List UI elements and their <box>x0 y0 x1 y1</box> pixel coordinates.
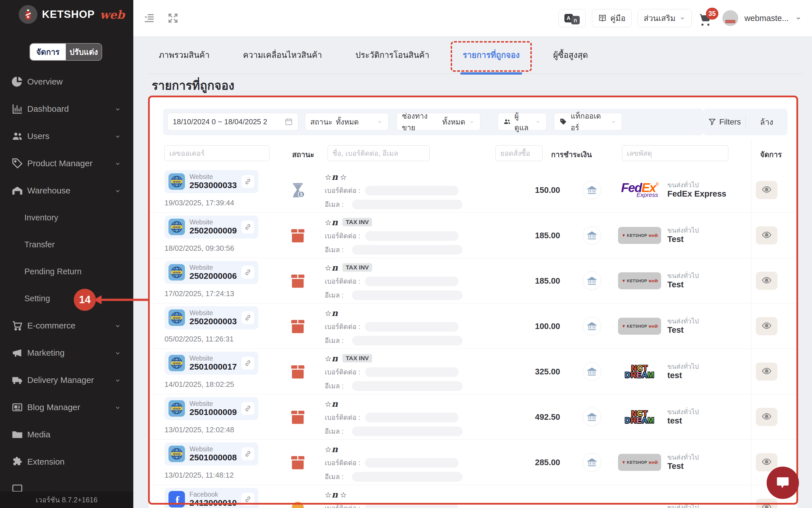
status-pending-dot <box>292 502 304 508</box>
filter-group: 18/10/2024 0 ~ 18/04/2025 2 สถานะ ทั้งหม… <box>163 109 703 135</box>
mode-customize-button[interactable]: ปรับแต่ง <box>66 44 101 60</box>
order-tag-filter-dropdown[interactable]: แท็กออเดอร์ <box>554 113 622 130</box>
order-link-button[interactable] <box>241 356 254 370</box>
customer-cell: ☆nเบอร์ติดต่อ :อีเมล : <box>325 398 463 437</box>
chevron-down-icon[interactable] <box>795 15 802 22</box>
chevron-down-icon <box>114 404 121 411</box>
sidebar-item-extension[interactable]: Extension <box>0 448 133 475</box>
view-order-button[interactable] <box>756 272 777 290</box>
table-header-row: สถานะ การชำระเงิน จัดการ <box>149 142 798 166</box>
order-link-button[interactable] <box>241 266 254 279</box>
chevron-down-icon <box>535 118 541 125</box>
view-order-button[interactable] <box>756 363 777 381</box>
sidebar-item-e-commerce[interactable]: E-commerce <box>0 312 133 339</box>
payment-bank-icon <box>583 453 601 472</box>
sidebar-item-media[interactable]: Media <box>0 421 133 448</box>
order-number-search-input[interactable] <box>165 145 269 161</box>
shipping-cell: ขนส่งทั่วไป <box>667 504 699 508</box>
payment-bank-icon <box>583 408 601 426</box>
contact-label: เบอร์ติดต่อ : <box>325 367 361 378</box>
view-order-button[interactable] <box>756 181 777 199</box>
sidebar-subitem-pending-return[interactable]: Pending Return <box>0 258 133 285</box>
sidebar-item-blog-manager[interactable]: Blog Manager <box>0 394 133 421</box>
order-datetime: 18/02/2025, 09:30:56 <box>165 244 234 253</box>
redacted-email <box>352 427 463 436</box>
svg-text:$: $ <box>300 192 303 197</box>
guide-button[interactable]: คู่มือ <box>592 9 632 27</box>
clear-filters-button[interactable]: ล้าง <box>745 113 787 131</box>
channel-filter-dropdown[interactable]: ช่องทางขาย ทั้งหมด <box>396 113 480 130</box>
megaphone-icon <box>11 347 23 359</box>
tracking-search-input[interactable] <box>622 145 728 161</box>
admin-filter-dropdown[interactable]: ผู้ดูแล <box>498 113 547 130</box>
order-link-button[interactable] <box>241 493 254 506</box>
contact-label: เบอร์ติดต่อ : <box>325 503 361 508</box>
collapse-sidebar-icon[interactable] <box>143 12 155 24</box>
language-button[interactable]: Aก <box>558 9 586 27</box>
sidebar-subitem-transfer[interactable]: Transfer <box>0 231 133 258</box>
tab-ภาพรวมสินค้า[interactable]: ภาพรวมสินค้า <box>159 48 210 74</box>
user-menu[interactable]: webmaste... <box>744 14 789 23</box>
sidebar-item-product-manager[interactable]: Product Manager <box>0 150 133 177</box>
shipping-method-label: ขนส่งทั่วไป <box>667 272 699 280</box>
tax-inv-badge: TAX INV <box>342 263 372 272</box>
order-link-button[interactable] <box>241 447 254 460</box>
warehouse-icon <box>11 185 23 197</box>
filters-button-label: Filters <box>719 118 741 127</box>
order-link-button[interactable] <box>241 175 254 188</box>
page-title: รายการที่ถูกจอง <box>152 76 234 95</box>
redacted-email <box>352 245 463 255</box>
shipping-name: test <box>667 371 699 380</box>
view-order-button[interactable] <box>756 226 777 245</box>
order-link-button[interactable] <box>241 402 254 415</box>
chevron-down-icon <box>114 105 121 113</box>
order-meta: Facebook2412000010 <box>189 491 237 508</box>
chevron-down-icon <box>114 376 121 384</box>
tab-รายการที่ถูกจอง[interactable]: รายการที่ถูกจอง <box>463 48 520 74</box>
view-order-button[interactable] <box>756 317 777 335</box>
chat-widget-button[interactable] <box>767 467 799 499</box>
shipping-logo-ketshop: ▼KETSHOPweb <box>617 318 662 335</box>
folder-icon <box>11 429 23 440</box>
customer-name: ☆n <box>325 353 338 363</box>
order-number: 2503000033 <box>189 180 237 190</box>
customer-name-line: ☆nTAX INV <box>325 353 463 364</box>
sidebar-subitem-inventory[interactable]: Inventory <box>0 204 133 231</box>
tab-ความเคลื่อนไหวสินค้า[interactable]: ความเคลื่อนไหวสินค้า <box>243 48 322 74</box>
order-number: 2501000008 <box>189 453 237 463</box>
cart-button[interactable]: 35 <box>698 8 716 28</box>
sidebar-item-overview[interactable]: Overview <box>0 68 133 95</box>
tab-ประวัติการโอนสินค้า[interactable]: ประวัติการโอนสินค้า <box>355 48 429 74</box>
eye-icon <box>762 275 772 287</box>
contact-label: เบอร์ติดต่อ : <box>325 230 361 241</box>
avatar[interactable] <box>722 10 738 26</box>
sidebar-item-marketing[interactable]: Marketing <box>0 339 133 367</box>
addons-dropdown[interactable]: ส่วนเสริม <box>638 9 692 27</box>
view-order-button[interactable] <box>756 453 777 471</box>
view-order-button[interactable] <box>756 499 777 508</box>
sidebar-item-delivery-manager[interactable]: Delivery Manager <box>0 367 133 394</box>
status-packed-icon <box>289 226 307 245</box>
sidebar-item-warehouse[interactable]: Warehouse <box>0 177 133 204</box>
website-icon: WWW <box>168 446 185 462</box>
date-range-input[interactable]: 18/10/2024 0 ~ 18/04/2025 2 <box>167 113 298 130</box>
customer-search-input[interactable] <box>328 145 430 161</box>
amount-search-input[interactable] <box>496 145 543 161</box>
sidebar-item-users[interactable]: Users <box>0 123 133 150</box>
svg-text:WWW: WWW <box>173 453 181 456</box>
users-icon <box>503 118 511 126</box>
sidebar-item-dashboard[interactable]: Dashboard <box>0 95 133 123</box>
filters-button[interactable]: Filters <box>703 113 745 131</box>
fullscreen-icon[interactable] <box>167 12 179 24</box>
svg-text:WWW: WWW <box>173 225 181 228</box>
mode-manage-button[interactable]: จัดการ <box>30 44 66 60</box>
order-link-button[interactable] <box>241 311 254 324</box>
status-filter-dropdown[interactable]: สถานะ ทั้งหมด <box>305 113 389 130</box>
tab-ผู้ซื้อสูงสุด[interactable]: ผู้ซื้อสูงสุด <box>553 48 588 74</box>
sidebar-item-label: Delivery Manager <box>27 375 94 385</box>
redacted-contact <box>365 186 459 196</box>
addons-label: ส่วนเสริม <box>644 12 676 25</box>
calendar-icon <box>285 118 293 126</box>
order-link-button[interactable] <box>241 220 254 234</box>
view-order-button[interactable] <box>756 408 777 426</box>
